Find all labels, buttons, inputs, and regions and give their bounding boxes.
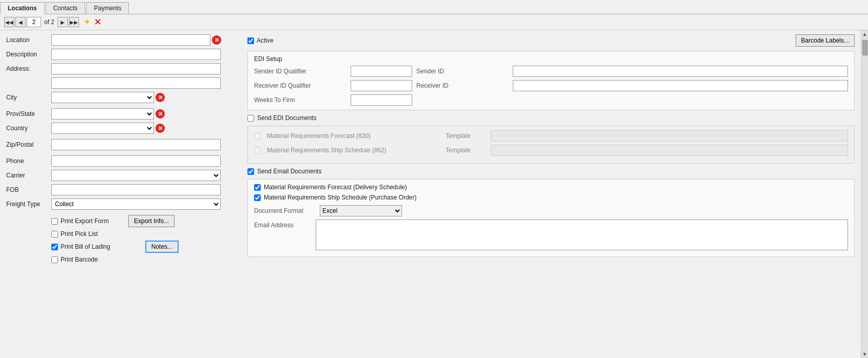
provstate-clear-btn[interactable]: ✕: [156, 109, 165, 118]
email-forecast-checkbox[interactable]: [254, 184, 261, 191]
edi-sub-section: Material Requirements Forecast (830) Tem…: [247, 126, 855, 164]
send-edi-row: Send EDI Documents: [247, 114, 855, 122]
location-label: Location: [6, 36, 51, 44]
location-clear-btn[interactable]: ✕: [212, 35, 221, 45]
receiver-id-qualifier-input[interactable]: [351, 80, 412, 91]
notes-btn[interactable]: Notes...: [145, 241, 179, 253]
country-select[interactable]: [51, 123, 154, 134]
active-label[interactable]: Active: [247, 37, 274, 44]
send-email-checkbox[interactable]: [247, 168, 254, 175]
print-barcode-checkbox[interactable]: [51, 256, 58, 263]
send-email-label[interactable]: Send Email Documents: [247, 168, 321, 175]
print-options: Print Export Form Export Info... Print P…: [51, 215, 235, 263]
email-address-label: Email Address: [254, 222, 316, 229]
template-input1[interactable]: [491, 130, 848, 142]
export-info-btn[interactable]: Export Info...: [128, 215, 175, 227]
scroll-thumb[interactable]: [862, 40, 867, 55]
tab-payments[interactable]: Payments: [86, 2, 129, 14]
left-panel: Location ✕ Description Address: City: [0, 30, 241, 358]
location-row: Location ✕: [6, 34, 235, 46]
scrollbar[interactable]: ▲ ▼: [861, 30, 868, 358]
city-row: City ✕: [6, 92, 235, 103]
email-ship-checkbox[interactable]: [254, 194, 261, 201]
print-bill-of-lading-label[interactable]: Print Bill of Lading: [51, 243, 110, 250]
weeks-to-firm-input[interactable]: [351, 94, 412, 106]
carrier-select[interactable]: [51, 170, 221, 181]
address-input2[interactable]: [51, 77, 221, 89]
phone-label: Phone: [6, 157, 51, 165]
tab-locations[interactable]: Locations: [0, 2, 45, 14]
nav-first-btn[interactable]: ◀◀: [4, 17, 14, 27]
sender-id-qualifier-label: Sender ID Qualifier: [254, 68, 346, 75]
tabs-bar: Locations Contacts Payments: [0, 0, 868, 14]
scroll-down-arrow[interactable]: ▼: [861, 350, 868, 358]
address-input1[interactable]: [51, 63, 221, 74]
material-req-ship-label: Material Requirements Ship Schedule (862…: [267, 147, 441, 154]
doc-format-select[interactable]: Excel PDF CSV: [320, 205, 402, 216]
print-pick-list-label[interactable]: Print Pick List: [51, 230, 98, 237]
receiver-id-input[interactable]: [513, 80, 848, 91]
material-req-forecast-label: Material Requirements Forecast (830): [267, 132, 441, 140]
country-row: Country ✕: [6, 123, 235, 134]
send-edi-label[interactable]: Send EDI Documents: [247, 114, 316, 122]
email-section-box: Material Requirements Forecast (Delivery…: [247, 179, 855, 257]
material-req-forecast-checkbox[interactable]: [254, 133, 261, 140]
sender-id-input[interactable]: [513, 66, 848, 77]
description-label: Description: [6, 51, 51, 58]
city-clear-btn[interactable]: ✕: [156, 93, 165, 102]
receiver-id-qualifier-label: Receiver ID Qualifier: [254, 82, 346, 89]
email-address-row: Email Address: [254, 220, 848, 250]
nav-last-btn[interactable]: ▶▶: [69, 17, 79, 27]
scroll-up-arrow[interactable]: ▲: [861, 30, 868, 38]
nav-page-input[interactable]: 2: [27, 17, 41, 27]
nav-of-label: of 2: [44, 18, 54, 26]
active-checkbox[interactable]: [247, 37, 254, 44]
email-ship-row: Material Requirements Ship Schedule (Pur…: [254, 194, 848, 201]
right-panel: Active Barcode Labels... EDI Setup Sende…: [241, 30, 861, 358]
print-pick-list-checkbox[interactable]: [51, 231, 58, 237]
fob-label: FOB: [6, 186, 51, 193]
nav-next-btn[interactable]: ▶: [57, 17, 68, 27]
email-ship-label[interactable]: Material Requirements Ship Schedule (Pur…: [254, 194, 416, 201]
nav-delete-btn[interactable]: ✕: [94, 16, 102, 28]
country-clear-btn[interactable]: ✕: [156, 124, 165, 133]
fob-input[interactable]: [51, 184, 221, 195]
nav-prev-btn[interactable]: ◀: [15, 17, 26, 27]
template-input2[interactable]: [491, 145, 848, 156]
barcode-labels-btn[interactable]: Barcode Labels...: [796, 34, 855, 47]
print-pick-list-row: Print Pick List: [51, 230, 235, 237]
edi-setup-title: EDI Setup: [254, 55, 848, 63]
material-req-forecast-row: Material Requirements Forecast (830) Tem…: [254, 130, 848, 142]
email-forecast-label[interactable]: Material Requirements Forecast (Delivery…: [254, 184, 407, 191]
weeks-to-firm-label: Weeks To Firm: [254, 96, 346, 104]
print-export-form-checkbox[interactable]: [51, 218, 58, 225]
tab-contacts[interactable]: Contacts: [46, 2, 85, 14]
address-row2: [6, 77, 235, 89]
print-export-form-label[interactable]: Print Export Form: [51, 217, 109, 225]
email-address-input[interactable]: [316, 220, 848, 250]
nav-add-btn[interactable]: ✦: [83, 16, 91, 28]
zippostal-row: Zip/Postal: [6, 139, 235, 150]
description-input[interactable]: [51, 49, 221, 60]
print-bill-of-lading-checkbox[interactable]: [51, 244, 58, 250]
send-edi-checkbox[interactable]: [247, 115, 254, 122]
sender-id-qualifier-input[interactable]: [351, 66, 412, 77]
description-row: Description: [6, 49, 235, 60]
template-label2: Template: [446, 147, 487, 154]
material-req-ship-checkbox[interactable]: [254, 147, 261, 154]
material-req-ship-row: Material Requirements Ship Schedule (862…: [254, 145, 848, 156]
phone-input[interactable]: [51, 155, 221, 167]
provstate-select[interactable]: [51, 108, 154, 120]
content-area: Location ✕ Description Address: City: [0, 30, 868, 358]
city-select[interactable]: [51, 92, 154, 103]
location-input[interactable]: [51, 34, 210, 46]
zippostal-input[interactable]: [51, 139, 221, 150]
receiver-id-label: Receiver ID: [416, 82, 509, 89]
provstate-row: Prov/State ✕: [6, 108, 235, 120]
edi-grid: Sender ID Qualifier Sender ID Receiver I…: [254, 66, 848, 106]
print-barcode-label[interactable]: Print Barcode: [51, 256, 98, 263]
freight-type-select[interactable]: Collect Prepaid Third Party: [51, 198, 221, 210]
carrier-label: Carrier: [6, 172, 51, 179]
fob-row: FOB: [6, 184, 235, 195]
active-row: Active: [247, 37, 274, 44]
